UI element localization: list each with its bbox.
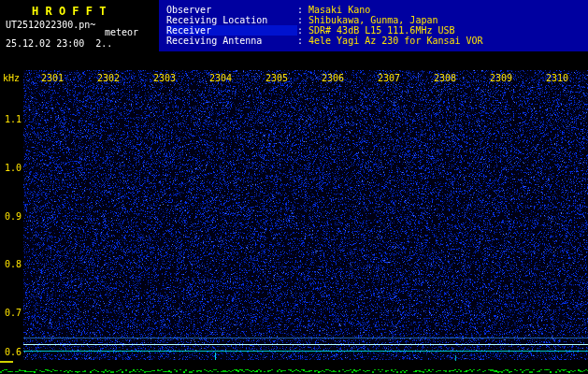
output-filename: UT2512022300.pn~	[6, 20, 95, 30]
header-row-antenna: Receiving Antenna : 4ele Yagi Az 230 for…	[166, 36, 588, 46]
filename-text: UT2512022300.pn	[6, 20, 90, 30]
freq-tick-label: 0.7	[5, 309, 22, 318]
header-row-observer: Observer : Masaki Kano	[166, 5, 588, 15]
time-tick-label: 2308	[433, 74, 457, 83]
header-label: Receiving Antenna	[166, 36, 297, 46]
header-colon: :	[297, 36, 308, 46]
header-label: Receiving Location	[166, 15, 297, 25]
time-tick-label: 2305	[265, 74, 289, 83]
spectrogram-canvas	[0, 0, 588, 374]
header-row-receiver: Receiver : SDR# 43dB L15 111.6MHz USB	[166, 25, 588, 36]
freq-unit-label: kHz	[3, 74, 20, 83]
freq-tick-label: 0.6	[5, 348, 22, 357]
header-value: SDR# 43dB L15 111.6MHz USB	[308, 25, 455, 36]
header-value: Masaki Kano	[308, 5, 370, 15]
time-tick-label: 2310	[545, 74, 569, 83]
header-label: Observer	[166, 5, 297, 15]
header-colon: :	[297, 25, 308, 36]
header-colon: :	[297, 15, 308, 25]
header-colon: :	[297, 5, 308, 15]
time-tick-label: 2302	[96, 74, 121, 83]
header-row-location: Receiving Location : Shibukawa, Gunma, J…	[166, 15, 588, 25]
time-tick-label: 2309	[489, 74, 513, 83]
freq-tick-label: 0.9	[5, 212, 22, 222]
header-value: Shibukawa, Gunma, Japan	[308, 15, 437, 25]
tilde-mark: ~	[90, 20, 95, 30]
datetime-label: 25.12.02 23:00 2..	[6, 38, 112, 49]
time-tick-label: 2303	[152, 74, 177, 83]
header-label: Receiver	[166, 25, 297, 36]
time-tick-label: 2307	[377, 74, 401, 83]
freq-tick-label: 1.0	[5, 164, 22, 173]
freq-tick-label: 1.1	[5, 115, 22, 124]
freq-tick-label: 0.8	[5, 260, 22, 269]
station-label: meteor	[105, 27, 138, 37]
time-tick-label: 2301	[40, 74, 65, 83]
app-title: H R O F F T	[32, 5, 106, 18]
time-tick-label: 2304	[208, 74, 233, 83]
header-value: 4ele Yagi Az 230 for Kansai VOR	[308, 36, 483, 46]
observation-header: Observer : Masaki Kano Receiving Locatio…	[159, 0, 588, 51]
time-tick-label: 2306	[321, 74, 345, 83]
hrofft-window: H R O F F T UT2512022300.pn~ meteor 25.1…	[0, 0, 588, 374]
